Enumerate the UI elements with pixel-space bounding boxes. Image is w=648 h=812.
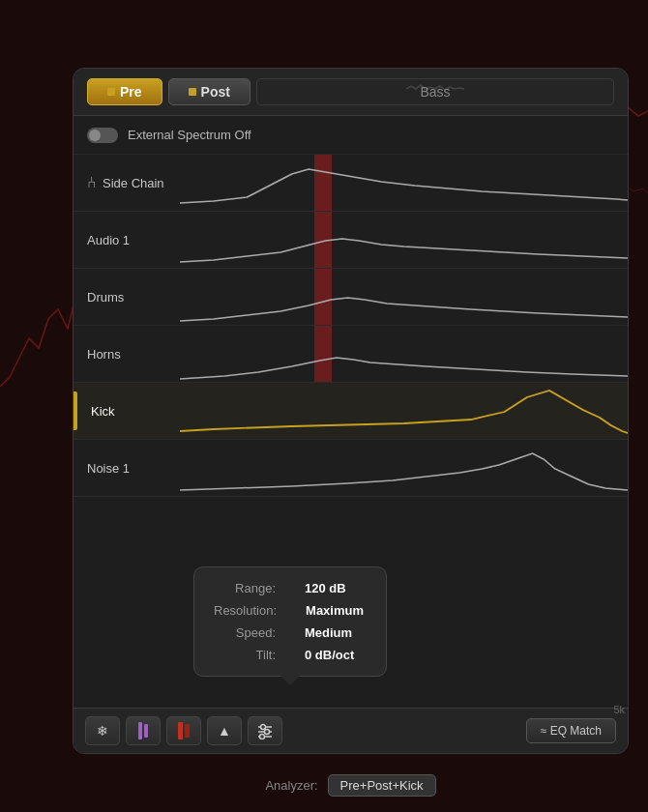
channel-row-drums: Drums — [74, 269, 628, 326]
eq-match-label: ≈ EQ Match — [541, 724, 602, 738]
analyzer-value: Pre+Post+Kick — [328, 774, 436, 797]
spectrum-noise1 — [180, 440, 628, 496]
pre-icon — [107, 88, 115, 96]
up-button[interactable]: ▲ — [207, 716, 242, 745]
svg-point-5 — [260, 735, 265, 740]
external-spectrum-row: External Spectrum Off — [74, 116, 628, 155]
spectrum-sidechain — [180, 155, 628, 211]
sidechain-icon: ⑃ — [87, 174, 97, 191]
tilt-label: Tilt: — [214, 648, 276, 662]
external-spectrum-toggle[interactable] — [87, 128, 118, 143]
tab-bar: Pre Post Bass — [74, 69, 628, 116]
frequency-5k-label: 5k — [613, 704, 625, 715]
channel-row-audio1: Audio 1 — [74, 212, 628, 269]
spectrum-audio1 — [180, 212, 628, 268]
waveform-icon — [138, 722, 148, 740]
freeze-icon: ❄ — [97, 723, 108, 739]
tooltip-speed-row: Speed: Medium — [214, 625, 367, 640]
channel-row-kick: Kick — [74, 383, 628, 440]
tab-pre[interactable]: Pre — [87, 78, 162, 105]
red-button[interactable] — [166, 716, 201, 745]
channel-name-noise1: Noise 1 — [74, 461, 180, 476]
tab-post[interactable]: Post — [168, 78, 250, 105]
spectrum-horns — [180, 326, 628, 382]
tooltip-resolution-row: Resolution: Maximum — [214, 603, 367, 618]
analyzer-label: Analyzer: — [265, 778, 317, 793]
waveform-button[interactable] — [126, 716, 161, 745]
channel-name-drums: Drums — [74, 290, 180, 304]
freeze-button[interactable]: ❄ — [85, 716, 120, 745]
speed-value: Medium — [305, 625, 367, 640]
sliders-button[interactable] — [248, 716, 282, 745]
spectrum-kick — [180, 383, 628, 439]
channel-name-sidechain: ⑃ Side Chain — [74, 174, 180, 191]
spectrum-drums — [180, 269, 628, 325]
svg-point-3 — [265, 730, 270, 735]
resolution-value: Maximum — [306, 603, 367, 618]
post-icon — [189, 88, 196, 96]
toolbar: ❄ ▲ ≈ — [74, 708, 628, 753]
range-label: Range: — [214, 581, 276, 595]
status-bar: Analyzer: Pre+Post+Kick — [73, 774, 629, 797]
channel-name-horns: Horns — [74, 347, 180, 362]
red-icon — [178, 722, 190, 740]
sliders-icon — [256, 722, 274, 740]
channel-name-kick: Kick — [74, 404, 180, 419]
speed-label: Speed: — [214, 625, 276, 640]
tab-bass[interactable]: Bass — [256, 78, 614, 105]
channel-row-sidechain: ⑃ Side Chain — [74, 155, 628, 212]
channel-name-audio1: Audio 1 — [74, 233, 180, 247]
up-arrow-icon: ▲ — [218, 723, 231, 739]
range-value: 120 dB — [305, 581, 367, 595]
tooltip-range-row: Range: 120 dB — [214, 581, 367, 595]
eq-match-button[interactable]: ≈ EQ Match — [526, 718, 616, 743]
tilt-value: 0 dB/oct — [305, 648, 367, 662]
external-spectrum-label: External Spectrum Off — [128, 128, 251, 142]
tooltip-popup: Range: 120 dB Resolution: Maximum Speed:… — [193, 566, 387, 677]
channel-row-horns: Horns — [74, 326, 628, 383]
resolution-label: Resolution: — [214, 603, 277, 618]
channel-row-noise1: Noise 1 — [74, 440, 628, 497]
tooltip-tilt-row: Tilt: 0 dB/oct — [214, 648, 367, 662]
svg-point-1 — [261, 725, 266, 730]
